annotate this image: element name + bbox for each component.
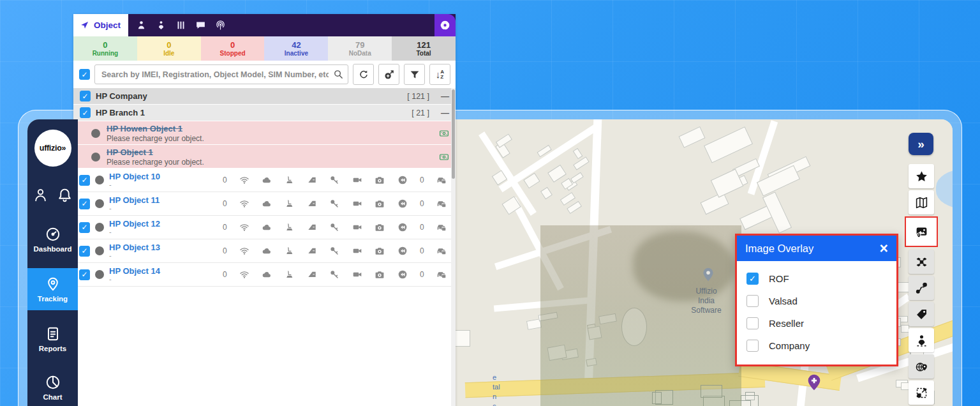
wifi-icon[interactable] — [239, 246, 249, 256]
image-overlay-button[interactable] — [908, 220, 935, 244]
sidebar-item-dashboard[interactable]: Dashboard — [27, 220, 78, 259]
key-icon[interactable] — [329, 246, 339, 256]
key-icon[interactable] — [329, 269, 339, 280]
object-name[interactable]: HP Object 12 — [109, 219, 218, 229]
playback-icon[interactable] — [397, 199, 408, 209]
video-camera-icon[interactable] — [352, 175, 362, 185]
route-button[interactable] — [909, 276, 934, 300]
sidebar-item-reports[interactable]: Reports — [27, 319, 78, 359]
camera-icon[interactable] — [375, 222, 385, 232]
seat-icon[interactable] — [285, 175, 295, 185]
video-camera-icon[interactable] — [352, 199, 362, 209]
row-checkbox[interactable]: ✓ — [79, 222, 90, 233]
broadcast-icon[interactable] — [215, 20, 226, 31]
object-name[interactable]: HP Object 10 — [109, 172, 218, 181]
overlay-option-valsad[interactable]: Valsad — [737, 290, 896, 312]
key-icon[interactable] — [329, 199, 339, 209]
playback-icon[interactable] — [397, 222, 408, 232]
row-checkbox[interactable]: ✓ — [79, 175, 90, 186]
cloud-icon[interactable] — [262, 246, 272, 256]
wifi-icon[interactable] — [239, 222, 249, 232]
cloud-icon[interactable] — [262, 199, 272, 209]
wifi-icon[interactable] — [239, 199, 249, 209]
playback-icon[interactable] — [397, 175, 408, 185]
scrollbar-thumb[interactable] — [452, 89, 455, 179]
collapse-panel-button[interactable]: » — [909, 133, 933, 155]
object-name[interactable]: HP Object 11 — [109, 195, 218, 205]
status-inactive[interactable]: 42Inactive — [264, 36, 328, 61]
video-camera-icon[interactable] — [352, 246, 362, 256]
overlay-checkbox[interactable]: ✓ — [746, 273, 759, 285]
door-icon[interactable] — [307, 175, 317, 185]
row-checkbox[interactable]: ✓ — [79, 269, 90, 280]
group-row[interactable]: ✓HP Company[ 121 ]— — [73, 88, 456, 105]
recharge-icon[interactable] — [439, 152, 449, 162]
car-lock-icon[interactable] — [436, 175, 447, 185]
group-checkbox[interactable]: ✓ — [80, 91, 91, 102]
object-row[interactable]: ✓HP Object 13-00 — [73, 239, 456, 263]
seat-icon[interactable] — [285, 246, 295, 256]
status-total[interactable]: 121Total — [392, 36, 456, 61]
video-camera-icon[interactable] — [352, 269, 362, 280]
wifi-icon[interactable] — [239, 269, 249, 280]
camera-icon[interactable] — [375, 199, 385, 209]
sort-button[interactable]: ↓AZ — [429, 64, 450, 85]
camera-icon[interactable] — [375, 246, 385, 256]
object-name[interactable]: HP Object 14 — [109, 266, 218, 276]
map-type-button[interactable] — [909, 190, 934, 214]
key-icon[interactable] — [329, 175, 339, 185]
status-stopped[interactable]: 0Stopped — [201, 36, 265, 61]
notifications-bell-icon[interactable] — [57, 187, 73, 203]
status-running[interactable]: 0Running — [73, 36, 137, 61]
door-icon[interactable] — [307, 222, 317, 232]
car-lock-icon[interactable] — [436, 269, 447, 280]
select-all-checkbox[interactable]: ✓ — [79, 69, 90, 80]
cloud-icon[interactable] — [262, 269, 272, 280]
door-icon[interactable] — [307, 246, 317, 256]
wifi-icon[interactable] — [239, 175, 249, 185]
group-checkbox[interactable]: ✓ — [80, 107, 91, 118]
cloud-icon[interactable] — [262, 175, 272, 185]
key-icon[interactable] — [329, 222, 339, 232]
seat-icon[interactable] — [285, 269, 295, 280]
overlay-option-rof[interactable]: ✓ROF — [737, 267, 896, 290]
group-bars-icon[interactable] — [175, 20, 186, 31]
refresh-button[interactable] — [353, 64, 374, 85]
recharge-icon[interactable] — [439, 128, 449, 139]
seat-icon[interactable] — [285, 199, 295, 209]
row-checkbox[interactable]: ✓ — [79, 199, 90, 209]
object-row[interactable]: ✓HP Object 11-00 — [73, 192, 456, 216]
technician-icon[interactable] — [156, 20, 167, 31]
group-row[interactable]: ✓HP Branch 1[ 21 ]— — [73, 105, 456, 121]
resize-button[interactable] — [909, 380, 934, 405]
sidebar-item-chart[interactable]: Chart — [27, 368, 78, 406]
camera-icon[interactable] — [375, 269, 385, 280]
chat-icon[interactable] — [195, 20, 206, 31]
collapse-minus-icon[interactable]: — — [441, 108, 449, 117]
overlay-checkbox[interactable] — [746, 317, 759, 329]
settings-gear-button[interactable] — [434, 14, 456, 36]
favorites-button[interactable] — [909, 164, 934, 188]
driver-icon[interactable] — [136, 20, 147, 31]
overlay-checkbox[interactable] — [746, 295, 759, 307]
car-lock-icon[interactable] — [436, 246, 447, 256]
user-icon[interactable] — [33, 187, 48, 203]
panel-scrollbar[interactable] — [451, 88, 456, 406]
object-row[interactable]: ✓HP Object 14-00 — [73, 263, 456, 287]
collapse-minus-icon[interactable]: — — [441, 91, 449, 101]
nearby-objects-button[interactable] — [909, 328, 934, 352]
object-row[interactable]: ✓HP Object 10-00 — [73, 169, 456, 192]
geo-location-button[interactable] — [909, 354, 934, 379]
object-row[interactable]: ✓HP Object 12-00 — [73, 216, 456, 239]
expired-object-row[interactable]: HP Object 1Please recharge your object. — [73, 145, 456, 169]
search-input[interactable] — [94, 64, 348, 84]
filter-button[interactable] — [404, 64, 425, 85]
tab-object[interactable]: Object — [73, 14, 128, 36]
drone-view-button[interactable] — [909, 250, 934, 274]
status-idle[interactable]: 0Idle — [137, 36, 201, 61]
overlay-option-reseller[interactable]: Reseller — [737, 312, 896, 335]
overlay-option-company[interactable]: Company — [737, 335, 896, 357]
camera-icon[interactable] — [375, 175, 385, 185]
object-name[interactable]: HP Object 13 — [109, 243, 218, 252]
playback-icon[interactable] — [397, 246, 408, 256]
